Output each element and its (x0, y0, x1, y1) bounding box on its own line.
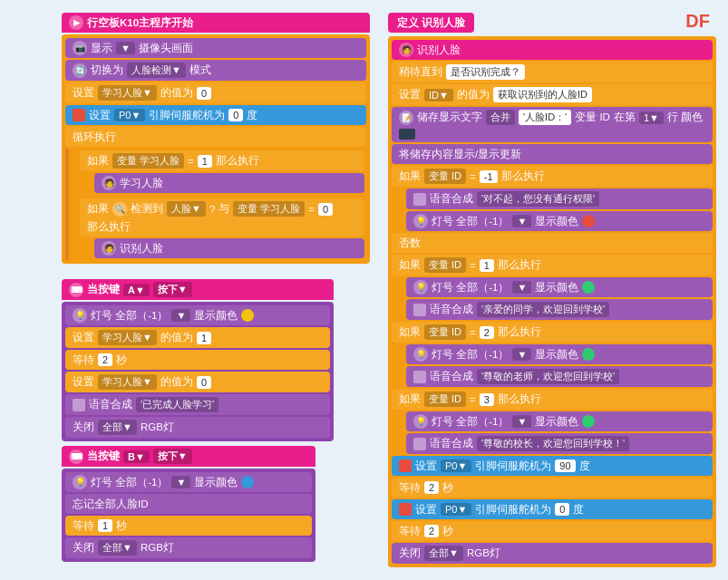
wait2-val[interactable]: 2 (98, 353, 112, 366)
row-num[interactable]: 1▼ (639, 111, 664, 124)
learn-val2[interactable]: 1 (197, 332, 211, 344)
servo3-pin[interactable]: P0▼ (441, 503, 471, 516)
var-id3: 变量 ID (424, 257, 466, 273)
wait-r2-val[interactable]: 2 (424, 525, 439, 537)
block-servo-0: 设置 P0▼ 引脚伺服舵机为 0 度 (392, 499, 713, 519)
learn-face-text: 学习人脸 (120, 177, 163, 190)
btn-a-header: ⌨ 当按键 A▼ 按下▼ (62, 279, 334, 300)
display-dropdown[interactable]: ▼ (116, 42, 135, 54)
block-else: 否数 (392, 233, 713, 253)
update-text: 将储存内容显示/显示更新 (399, 148, 521, 161)
learn-val3[interactable]: 0 (197, 376, 211, 389)
val-zero[interactable]: 0 (318, 203, 333, 216)
wait-r2-text: 等待 (399, 525, 421, 538)
led-g3-dd[interactable]: ▼ (512, 415, 531, 428)
block-if-id-1: 如果 变量 ID = 1 那么执行 (392, 255, 713, 276)
servo-deg1: 度 (247, 109, 257, 122)
led-g2-show: 显示颜色 (535, 348, 578, 362)
servo-pin1[interactable]: P0▼ (114, 109, 145, 121)
led-dd2[interactable]: ▼ (171, 476, 190, 488)
set-id-text2: 的值为 (457, 88, 490, 102)
led-g1-show: 显示颜色 (535, 281, 578, 295)
block-led-red: 💡 灯号 全部（-1） ▼ 显示颜色 (406, 211, 713, 231)
wait2-sec: 秒 (116, 353, 127, 367)
set3-text: 设置 (73, 375, 94, 389)
switch-icon: 🔄 (73, 63, 87, 78)
wait-r2-sec: 秒 (442, 525, 453, 538)
face-detect-dropdown[interactable]: 人脸检测▼ (127, 63, 186, 78)
learn-face-indent: 🧑 学习人脸 (94, 173, 364, 193)
block-wait-until: 稍待直到 是否识别完成？ (392, 62, 713, 82)
if-val[interactable]: 1 (198, 155, 212, 168)
btn-a-press[interactable]: 按下▼ (153, 282, 192, 297)
group2: ⌨ 当按键 A▼ 按下▼ 💡 灯号 全部（-1） ▼ 显示颜色 设置 学习人脸▼… (62, 279, 334, 441)
speech1-text: 语音合成 (89, 398, 132, 411)
wait3-val[interactable]: 1 (98, 519, 112, 532)
led-g3-icon: 💡 (413, 414, 428, 429)
if3-text: 如果 (399, 169, 421, 183)
servo2-val[interactable]: 90 (555, 459, 575, 472)
btn-b-press[interactable]: 按下▼ (153, 449, 192, 464)
if4-text: 如果 (399, 258, 421, 272)
servo-val1[interactable]: 0 (228, 109, 243, 121)
learn-var3[interactable]: 学习人脸▼ (98, 374, 157, 390)
block-loop: 循环执行 (65, 127, 366, 147)
close-r-dd[interactable]: 全部▼ (424, 546, 463, 561)
btn-b-header: ⌨ 当按键 B▼ 按下▼ (62, 446, 315, 467)
close-r-text: 关闭 (399, 546, 421, 560)
led-red-dd[interactable]: ▼ (512, 215, 531, 227)
servo-icon2 (399, 459, 412, 472)
color-dot-green2 (582, 348, 595, 361)
btn-a-icon: ⌨ (69, 283, 83, 297)
led-g1-dd[interactable]: ▼ (512, 281, 531, 294)
then4: 那么执行 (498, 258, 541, 272)
loop-text: 循环执行 (73, 130, 116, 144)
learn-val[interactable]: 0 (197, 87, 211, 100)
block-wait-r1: 等待 2 秒 (392, 478, 713, 498)
btn-a-dropdown[interactable]: A▼ (123, 284, 150, 296)
speaker-student-icon (413, 304, 426, 316)
learn-var2[interactable]: 学习人脸▼ (98, 330, 157, 345)
block-store-text: 📝 储存显示文字 合并 '人脸ID：' 变量 ID 在第 1▼ 行 颜色 (392, 107, 713, 142)
servo3-val[interactable]: 0 (555, 503, 569, 516)
led-g3-text: 灯号 全部（-1） (432, 415, 509, 429)
recognize-indent: 🧑 识别人脸 (94, 238, 364, 258)
btn-b-text: 当按键 (87, 450, 120, 463)
block-wait-r2: 等待 2 秒 (392, 521, 713, 541)
speech-deny-text: 语音合成 (430, 192, 473, 206)
detect-text: 检测到 (131, 202, 163, 216)
block-set-learn2: 设置 学习人脸▼ 的值为 1 (65, 327, 330, 348)
close2-dd[interactable]: 全部▼ (98, 540, 137, 556)
block-recog-face: 🧑 识别人脸 (392, 40, 713, 60)
wait-r1-val[interactable]: 2 (424, 481, 439, 494)
led-g2-icon: 💡 (413, 347, 428, 362)
face-dropdown2[interactable]: 人脸▼ (167, 201, 206, 217)
display-text2: 摄像头画面 (139, 42, 193, 55)
led-g3-show: 显示颜色 (535, 415, 578, 429)
store-icon: 📝 (399, 111, 413, 125)
led-g2-dd[interactable]: ▼ (512, 348, 531, 361)
close1-dd[interactable]: 全部▼ (98, 420, 137, 435)
color-dot-green1 (582, 281, 595, 294)
servo3-text1: 设置 (415, 503, 437, 517)
speech-student-val: '亲爱的同学，欢迎回到学校' (477, 302, 609, 317)
btn-b-dropdown[interactable]: B▼ (123, 450, 150, 463)
learn-var-dropdown[interactable]: 学习人脸▼ (98, 85, 157, 101)
block-close-rgb2: 关闭 全部▼ RGB灯 (65, 537, 312, 558)
q-mark: ? (209, 204, 215, 215)
speech-teacher-text: 语音合成 (430, 370, 473, 383)
color-swatch-dark (399, 129, 415, 140)
block-speech1: 语音合成 '已完成人脸学习' (65, 394, 330, 415)
servo2-pin[interactable]: P0▼ (441, 459, 471, 472)
set3-val-text: 的值为 (160, 375, 193, 389)
then-text: 那么执行 (216, 154, 259, 168)
speaker-principal-icon (413, 438, 426, 450)
group3: ⌨ 当按键 B▼ 按下▼ 💡 灯号 全部（-1） ▼ 显示颜色 忘记全部人脸ID… (62, 446, 315, 562)
servo2-text1: 设置 (415, 459, 437, 473)
wait-until-text: 稍待直到 (399, 65, 442, 79)
display-icon: 📷 (73, 41, 87, 55)
block-led-green3: 💡 灯号 全部（-1） ▼ 显示颜色 (406, 411, 713, 431)
id-dropdown[interactable]: ID▼ (424, 89, 453, 102)
led-dd1[interactable]: ▼ (171, 309, 190, 322)
block-close-rgb-r: 关闭 全部▼ RGB灯 (392, 543, 713, 564)
